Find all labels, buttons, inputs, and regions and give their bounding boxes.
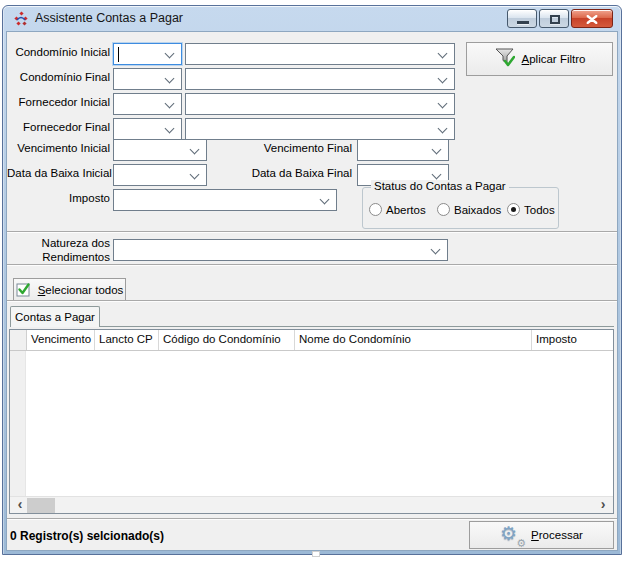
screenshot-canvas: Assistente Contas a Pagar Condomín	[0, 0, 627, 561]
chevron-down-icon	[165, 99, 175, 109]
scrollbar-thumb[interactable]	[27, 498, 55, 513]
process-label: Processar	[531, 529, 583, 541]
combo-condominio-inicial-codigo[interactable]	[113, 43, 182, 65]
combo-data-baixa-inicial[interactable]	[113, 164, 207, 186]
combo-condominio-final-nome[interactable]	[185, 68, 455, 90]
label-fornecedor-inicial: Fornecedor Inicial	[7, 96, 110, 108]
separator	[7, 300, 617, 302]
select-all-label: Selecionar todos	[38, 284, 124, 296]
separator	[7, 264, 617, 266]
radio-circle-icon	[369, 203, 382, 216]
separator	[7, 518, 617, 520]
apply-filter-label: Aplicar Filtro	[522, 53, 586, 65]
chevron-down-icon	[438, 124, 448, 134]
combo-condominio-final-codigo[interactable]	[113, 68, 182, 90]
chevron-down-icon	[165, 49, 175, 59]
select-all-button[interactable]: Selecionar todos	[13, 278, 126, 302]
chevron-down-icon	[431, 245, 441, 255]
scroll-right-arrow-icon[interactable]: ›	[595, 497, 611, 513]
records-selected-status: 0 Registro(s) selcionado(s)	[10, 529, 164, 543]
grid-indicator-column	[10, 330, 27, 350]
combo-fornecedor-inicial-nome[interactable]	[185, 93, 455, 115]
maximize-button[interactable]	[539, 9, 569, 28]
checkbox-check-icon	[16, 282, 31, 299]
radio-circle-icon	[507, 203, 520, 216]
radio-todos[interactable]: Todos	[507, 203, 555, 216]
combo-fornecedor-inicial-codigo[interactable]	[113, 93, 182, 115]
app-window: Assistente Contas a Pagar Condomín	[2, 5, 622, 555]
radio-todos-label: Todos	[524, 204, 555, 216]
label-natureza-rendimentos: Natureza dos Rendimentos	[7, 236, 110, 264]
client-area: Condomínio Inicial Condomínio Final Forn…	[6, 31, 618, 551]
window-controls	[507, 9, 613, 28]
radio-circle-icon	[437, 203, 450, 216]
separator	[7, 231, 617, 233]
status-groupbox-title: Status do Contas a Pagar	[371, 180, 509, 192]
grid-row-indicator-strip	[10, 351, 26, 496]
label-condominio-inicial: Condomínio Inicial	[7, 46, 110, 58]
tab-page-border	[10, 326, 614, 327]
maximize-icon	[550, 15, 560, 24]
chevron-down-icon	[438, 49, 448, 59]
chevron-down-icon	[432, 145, 442, 155]
contas-grid[interactable]: Vencimento Lancto CP Código do Condomíni…	[9, 329, 614, 514]
scroll-left-arrow-icon[interactable]: ‹	[12, 497, 28, 513]
filter-icon	[494, 48, 515, 70]
combo-vencimento-inicial[interactable]	[113, 139, 207, 161]
window-resize-nub[interactable]	[312, 551, 320, 557]
chevron-down-icon	[432, 170, 442, 180]
label-fornecedor-final: Fornecedor Final	[7, 121, 110, 133]
grid-header-codigo-condominio[interactable]: Código do Condomínio	[159, 330, 295, 350]
grid-header-vencimento[interactable]: Vencimento	[27, 330, 95, 350]
grid-header-imposto[interactable]: Imposto	[532, 330, 613, 350]
chevron-down-icon	[438, 99, 448, 109]
chevron-down-icon	[320, 195, 330, 205]
close-icon	[587, 10, 598, 28]
process-button[interactable]: ⚙ ⚙ Processar	[469, 521, 614, 549]
text-caret	[118, 47, 119, 62]
label-vencimento-inicial: Vencimento Inicial	[7, 142, 110, 154]
chevron-down-icon	[190, 170, 200, 180]
minimize-button[interactable]	[507, 9, 537, 28]
apply-filter-button[interactable]: Aplicar Filtro	[466, 42, 613, 76]
grid-header-nome-condominio[interactable]: Nome do Condomínio	[295, 330, 532, 350]
combo-fornecedor-final-nome[interactable]	[185, 118, 455, 140]
radio-baixados-label: Baixados	[454, 204, 501, 216]
radio-baixados[interactable]: Baixados	[437, 203, 501, 216]
combo-natureza-rendimentos[interactable]	[113, 239, 448, 261]
status-groupbox: Status do Contas a Pagar Abertos Baixado…	[362, 187, 559, 229]
minimize-icon	[517, 21, 529, 24]
radio-abertos-label: Abertos	[386, 204, 426, 216]
grid-header-lancto-cp[interactable]: Lancto CP	[95, 330, 159, 350]
gears-icon: ⚙ ⚙	[500, 524, 524, 546]
label-condominio-final: Condomínio Final	[7, 71, 110, 83]
chevron-down-icon	[190, 145, 200, 155]
combo-vencimento-final[interactable]	[357, 139, 449, 161]
label-data-baixa-inicial: Data da Baixa Inicial	[7, 167, 110, 179]
tab-contas-a-pagar[interactable]: Contas a Pagar	[10, 306, 100, 327]
grid-header-row: Vencimento Lancto CP Código do Condomíni…	[10, 330, 613, 351]
app-icon	[13, 11, 29, 27]
close-button[interactable]	[571, 9, 613, 28]
chevron-down-icon	[438, 74, 448, 84]
tab-label: Contas a Pagar	[15, 311, 95, 323]
label-imposto: Imposto	[7, 192, 110, 204]
title-bar[interactable]: Assistente Contas a Pagar	[3, 6, 621, 31]
combo-fornecedor-final-codigo[interactable]	[113, 118, 182, 140]
combo-imposto[interactable]	[113, 189, 337, 211]
window-title: Assistente Contas a Pagar	[35, 11, 183, 25]
label-vencimento-final: Vencimento Final	[249, 142, 352, 154]
label-data-baixa-final: Data da Baixa Final	[249, 167, 352, 179]
chevron-down-icon	[165, 74, 175, 84]
chevron-down-icon	[165, 124, 175, 134]
combo-condominio-inicial-nome[interactable]	[185, 43, 455, 65]
radio-abertos[interactable]: Abertos	[369, 203, 426, 216]
horizontal-scrollbar[interactable]: ‹ ›	[10, 496, 613, 513]
